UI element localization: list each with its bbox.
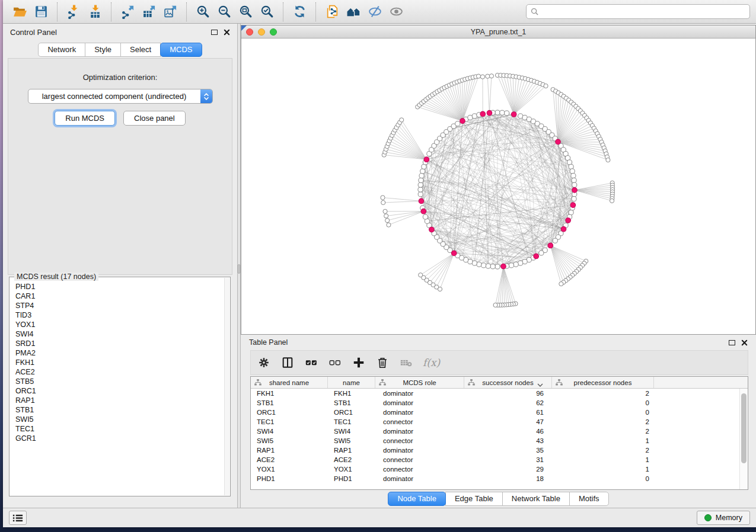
table-row[interactable]: ACE2ACE2connector311 <box>251 455 739 464</box>
cell[interactable]: connector <box>375 466 464 473</box>
mcds-result-item[interactable]: PHD1 <box>15 282 224 291</box>
save-session-button[interactable] <box>30 2 52 21</box>
tab-mcds[interactable]: MCDS <box>160 43 202 57</box>
mcds-result-item[interactable]: ORC1 <box>15 386 224 396</box>
close-table-panel-icon[interactable] <box>741 339 748 346</box>
table-scrollbar-thumb[interactable] <box>741 393 747 463</box>
cell[interactable]: 96 <box>464 390 552 397</box>
mcds-result-item[interactable]: STB5 <box>15 377 224 386</box>
column-header-predecessor-nodes[interactable]: predecessor nodes <box>552 377 654 388</box>
cell[interactable]: connector <box>375 456 464 463</box>
cell[interactable]: 43 <box>464 437 552 444</box>
cell[interactable]: 46 <box>464 428 552 435</box>
mcds-result-list[interactable]: PHD1CAR1STP4TID3YOX1SWI4SRD1PMA2FKH1ACE2… <box>10 282 224 495</box>
table-row[interactable]: YOX1YOX1connector291 <box>251 464 739 474</box>
mcds-result-item[interactable]: SWI4 <box>15 329 224 339</box>
cell[interactable]: connector <box>375 437 464 444</box>
tab-network[interactable]: Network <box>38 43 85 57</box>
memory-button[interactable]: Memory <box>697 511 750 525</box>
tab-edge-table[interactable]: Edge Table <box>445 492 503 506</box>
table-row[interactable]: STB1STB1dominator620 <box>251 398 739 408</box>
add-row-button[interactable] <box>352 355 366 370</box>
tab-motifs[interactable]: Motifs <box>569 492 609 506</box>
cell[interactable]: 0 <box>552 475 654 482</box>
mcds-result-item[interactable]: TID3 <box>15 310 224 320</box>
tab-network-table[interactable]: Network Table <box>502 492 570 506</box>
task-history-button[interactable] <box>9 511 27 525</box>
cell[interactable]: SWI4 <box>251 428 328 435</box>
table-row[interactable]: SWI4SWI4dominator462 <box>251 427 739 436</box>
mcds-result-item[interactable]: CAR1 <box>15 291 224 301</box>
splitter-grip[interactable] <box>238 264 240 274</box>
cell[interactable]: dominator <box>375 409 464 416</box>
close-panel-icon[interactable] <box>224 29 230 36</box>
cell[interactable]: TEC1 <box>328 418 375 425</box>
clone-network-button[interactable] <box>321 2 343 21</box>
zoom-out-button[interactable] <box>213 2 235 21</box>
run-mcds-button[interactable]: Run MCDS <box>55 111 115 126</box>
show-details-button[interactable] <box>385 2 407 21</box>
table-row[interactable]: ORC1ORC1dominator610 <box>251 408 739 417</box>
cell[interactable]: 2 <box>552 418 654 425</box>
network-canvas[interactable] <box>241 39 755 334</box>
mcds-result-item[interactable]: STB1 <box>15 405 224 415</box>
mcds-result-item[interactable]: YOX1 <box>15 320 224 329</box>
zoom-in-button[interactable] <box>192 2 213 21</box>
delete-row-button[interactable] <box>375 355 390 370</box>
table-row[interactable]: TEC1TEC1connector472 <box>251 417 739 427</box>
tab-style[interactable]: Style <box>85 43 121 57</box>
search-box[interactable] <box>526 4 750 19</box>
select-all-button[interactable] <box>304 355 318 370</box>
cell[interactable]: RAP1 <box>251 447 328 454</box>
zoom-fit-button[interactable] <box>235 2 256 21</box>
cell[interactable]: SWI4 <box>328 428 375 435</box>
column-header-MCDS-role[interactable]: MCDS role <box>375 377 464 388</box>
import-network-button[interactable] <box>63 2 84 21</box>
cell[interactable]: 61 <box>464 409 552 416</box>
cell[interactable]: YOX1 <box>251 466 328 473</box>
cell[interactable]: 47 <box>464 418 552 425</box>
export-table-button[interactable] <box>138 2 160 21</box>
birdseye-view-button[interactable] <box>343 2 364 21</box>
cell[interactable]: 18 <box>464 475 552 482</box>
refresh-button[interactable] <box>289 2 310 21</box>
float-table-panel-icon[interactable] <box>729 340 735 345</box>
cell[interactable]: TEC1 <box>251 418 328 425</box>
cell[interactable]: 29 <box>464 466 552 473</box>
float-panel-icon[interactable] <box>211 30 218 35</box>
cell[interactable]: ORC1 <box>251 409 328 416</box>
column-header-name[interactable]: name <box>328 377 375 388</box>
cell[interactable]: dominator <box>375 475 464 482</box>
mcds-result-item[interactable]: GCR1 <box>15 434 224 443</box>
cell[interactable]: 1 <box>552 466 654 473</box>
cell[interactable]: ACE2 <box>251 456 328 463</box>
cell[interactable]: 1 <box>552 456 654 463</box>
cell[interactable]: FKH1 <box>328 390 375 397</box>
table-row[interactable]: RAP1RAP1dominator352 <box>251 446 739 455</box>
import-table-button[interactable] <box>84 2 106 21</box>
mcds-result-item[interactable]: PMA2 <box>15 348 224 358</box>
column-header-successor-nodes[interactable]: successor nodes <box>464 377 552 388</box>
cell[interactable]: SWI5 <box>328 437 375 444</box>
cell[interactable]: RAP1 <box>328 447 375 454</box>
mcds-result-item[interactable]: FKH1 <box>15 358 224 367</box>
table-scrollbar[interactable] <box>739 389 748 489</box>
cell[interactable]: 35 <box>464 447 552 454</box>
cell[interactable]: dominator <box>375 447 464 454</box>
tab-select[interactable]: Select <box>120 43 161 57</box>
cell[interactable]: FKH1 <box>251 390 328 397</box>
cell[interactable]: 1 <box>552 437 654 444</box>
cell[interactable]: ACE2 <box>328 456 375 463</box>
mcds-result-scrollbar[interactable] <box>224 278 229 495</box>
network-graph[interactable] <box>241 39 755 334</box>
cell[interactable]: connector <box>375 418 464 425</box>
cell[interactable]: 62 <box>464 399 552 406</box>
cell[interactable]: ORC1 <box>328 409 375 416</box>
cell[interactable]: PHD1 <box>251 475 328 482</box>
cell[interactable]: STB1 <box>328 399 375 406</box>
search-input[interactable] <box>541 8 745 16</box>
network-window-titlebar[interactable]: YPA_prune.txt_1 <box>241 25 755 39</box>
show-columns-button[interactable] <box>280 355 295 370</box>
cell[interactable]: dominator <box>375 399 464 406</box>
cell[interactable]: YOX1 <box>328 466 375 473</box>
